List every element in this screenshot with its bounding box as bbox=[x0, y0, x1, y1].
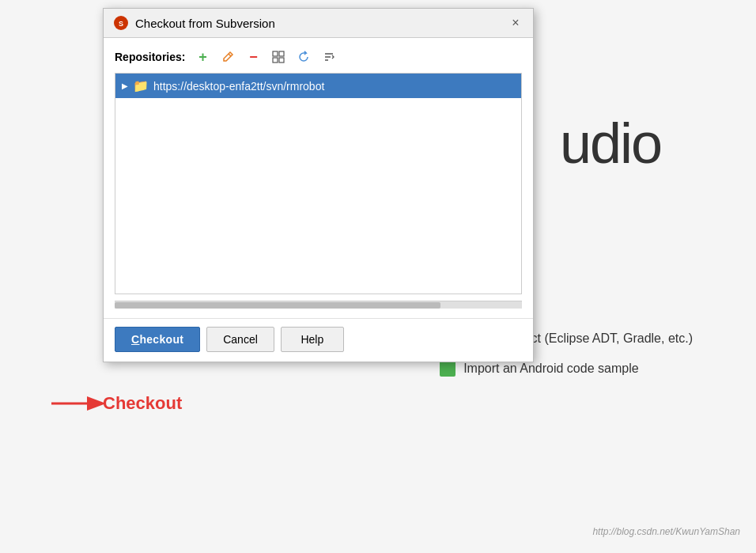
scrollbar-thumb[interactable] bbox=[115, 302, 440, 309]
bg-studio-text: udio bbox=[560, 111, 661, 176]
dialog-title-icon: S bbox=[113, 15, 129, 31]
folder-icon: 📁 bbox=[133, 78, 149, 93]
svg-text:S: S bbox=[119, 20, 123, 28]
repository-list-empty bbox=[115, 98, 521, 288]
repository-url: https://desktop-enfa2tt/svn/rmrobot bbox=[153, 80, 324, 93]
details-button[interactable] bbox=[267, 47, 289, 66]
svg-line-4 bbox=[229, 54, 231, 56]
repository-list[interactable]: ▶ 📁 https://desktop-enfa2tt/svn/rmrobot bbox=[115, 73, 522, 294]
dialog-body: Repositories: + − bbox=[104, 38, 533, 318]
checkout-dialog: S Checkout from Subversion × Repositorie… bbox=[103, 8, 534, 362]
add-repository-button[interactable]: + bbox=[191, 47, 214, 66]
expand-arrow-icon: ▶ bbox=[122, 81, 128, 90]
svg-rect-7 bbox=[273, 58, 278, 62]
remove-repository-button[interactable]: − bbox=[242, 47, 264, 66]
horizontal-scrollbar[interactable] bbox=[115, 301, 522, 309]
refresh-button[interactable] bbox=[293, 47, 315, 66]
dialog-title-text: Checkout from Subversion bbox=[135, 17, 501, 30]
dialog-button-row: Checkout Cancel Help bbox=[104, 318, 533, 362]
sort-button[interactable] bbox=[318, 47, 340, 66]
svg-rect-5 bbox=[273, 51, 278, 56]
cancel-button[interactable]: Cancel bbox=[206, 327, 274, 352]
bg-import-android: Import an Android code sample bbox=[440, 361, 693, 377]
dialog-title-bar: S Checkout from Subversion × bbox=[104, 9, 533, 38]
repository-item[interactable]: ▶ 📁 https://desktop-enfa2tt/svn/rmrobot bbox=[115, 74, 521, 98]
repositories-label: Repositories: bbox=[115, 51, 185, 63]
import-android-icon bbox=[440, 361, 455, 377]
edit-repository-button[interactable] bbox=[217, 47, 239, 66]
watermark: http://blog.csdn.net/KwunYamShan bbox=[592, 526, 740, 537]
help-button[interactable]: Help bbox=[281, 327, 344, 352]
svg-rect-8 bbox=[279, 58, 284, 62]
repositories-toolbar: Repositories: + − bbox=[115, 47, 522, 66]
arrow-annotation: Checkout bbox=[47, 388, 182, 419]
annotation-label: Checkout bbox=[103, 393, 182, 414]
svg-rect-6 bbox=[279, 51, 284, 56]
red-arrow-icon bbox=[47, 388, 111, 419]
close-button[interactable]: × bbox=[508, 15, 524, 31]
checkout-button[interactable]: Checkout bbox=[115, 327, 200, 352]
